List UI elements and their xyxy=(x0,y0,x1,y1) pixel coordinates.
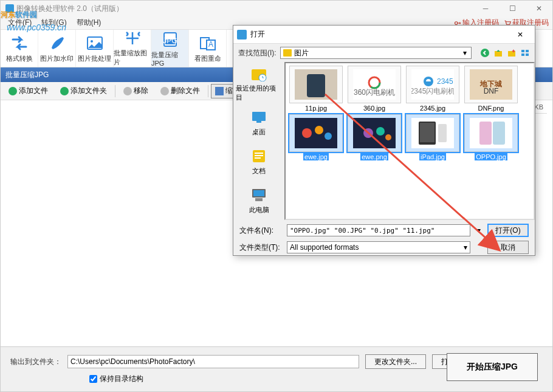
app-title: 图像转换处理软件 2.0（试用版） xyxy=(16,4,123,14)
filetype-combo[interactable]: All supported formats ▾ xyxy=(287,241,470,253)
output-path-input[interactable] xyxy=(67,355,359,368)
tool-watermark[interactable]: 图片加水印 xyxy=(38,30,76,67)
filename-input[interactable] xyxy=(287,224,470,236)
sidebar-desktop[interactable]: 桌面 xyxy=(236,105,282,141)
svg-point-4 xyxy=(91,40,93,43)
dialog-cancel-button[interactable]: 取消 xyxy=(487,241,529,254)
svg-text:JPG: JPG xyxy=(163,36,177,45)
filename-label: 文件名(N): xyxy=(239,225,282,236)
lookin-combo[interactable]: 图片 ▾ xyxy=(280,47,472,59)
plus-icon xyxy=(60,87,69,95)
file-name-label: iPad.jpg xyxy=(419,153,446,160)
svg-text:360闪电刷机: 360闪电刷机 xyxy=(354,88,395,97)
output-label: 输出到文件夹： xyxy=(10,357,61,367)
chevron-down-icon[interactable]: ▾ xyxy=(475,226,483,235)
file-item[interactable]: 地下城DNFDNF.png xyxy=(463,66,519,112)
file-thumbnail xyxy=(348,114,401,152)
file-thumbnail xyxy=(289,66,343,103)
file-name-label: DNF.png xyxy=(478,105,504,112)
svg-rect-16 xyxy=(521,53,524,56)
filetype-label: 文件类型(T): xyxy=(239,242,282,253)
image-icon xyxy=(86,35,104,52)
new-folder-icon[interactable] xyxy=(507,48,517,58)
svg-rect-25 xyxy=(255,157,261,159)
svg-text:DNF: DNF xyxy=(484,87,499,95)
chevron-down-icon: ▾ xyxy=(461,49,469,57)
svg-point-44 xyxy=(315,126,323,134)
dialog-close-button[interactable]: ✕ xyxy=(508,28,532,41)
convert-icon xyxy=(10,35,29,52)
svg-rect-55 xyxy=(479,122,492,145)
svg-text:2345闪电刷机: 2345闪电刷机 xyxy=(411,87,454,95)
file-name-label: ewe.png xyxy=(360,153,388,160)
start-compress-button[interactable]: 开始压缩JPG xyxy=(447,353,538,381)
recent-icon xyxy=(250,67,267,81)
file-item[interactable]: 360闪电刷机360.jpg xyxy=(346,66,402,112)
remove-button[interactable]: 移除 xyxy=(118,84,154,98)
maximize-button[interactable]: ☐ xyxy=(499,1,526,16)
tool-format-convert[interactable]: 格式转换 xyxy=(1,30,38,67)
tool-batch-compress-jpg[interactable]: JPG 批量压缩JPG xyxy=(151,30,189,67)
keep-structure-checkbox[interactable] xyxy=(89,375,97,383)
file-item[interactable]: ewe.png xyxy=(346,114,402,160)
svg-rect-21 xyxy=(256,121,261,123)
file-item[interactable]: iPad.jpg xyxy=(405,114,461,160)
remove-icon xyxy=(123,87,132,95)
back-icon[interactable] xyxy=(480,48,490,58)
tool-batch-resize[interactable]: 批量缩放图片 xyxy=(114,30,151,67)
tool-rename[interactable]: A 看图重命 xyxy=(189,30,227,67)
tool-batch-process[interactable]: 图片批处理 xyxy=(76,30,114,67)
file-thumbnail xyxy=(464,114,518,152)
svg-rect-17 xyxy=(526,53,529,56)
sidebar-documents[interactable]: 文档 xyxy=(236,143,282,180)
svg-rect-46 xyxy=(353,118,396,148)
file-item[interactable]: 23452345闪电刷机2345.jpg xyxy=(405,66,461,112)
file-thumbnail: 360闪电刷机 xyxy=(348,66,401,103)
svg-rect-23 xyxy=(255,153,263,154)
up-one-level-icon[interactable] xyxy=(493,48,503,58)
titlebar: 图像转换处理软件 2.0（试用版） ─ ☐ ✕ xyxy=(1,1,552,16)
separator xyxy=(115,85,115,97)
svg-text:A: A xyxy=(208,40,213,49)
documents-icon xyxy=(250,149,267,163)
lookin-value: 图片 xyxy=(294,48,309,58)
output-panel: 输出到文件夹： 更改文件夹... 打开文件夹 保持目录结构 开始压缩JPG xyxy=(1,346,552,391)
svg-rect-15 xyxy=(526,50,529,52)
remove-all-button[interactable]: 删除文件 xyxy=(155,84,205,98)
minimize-button[interactable]: ─ xyxy=(472,1,499,16)
brush-icon xyxy=(48,35,66,52)
file-thumbnail: 23452345闪电刷机 xyxy=(406,66,459,103)
svg-text:2345: 2345 xyxy=(437,77,453,86)
thumb-icon xyxy=(215,87,224,95)
file-item[interactable]: 11p.jpg xyxy=(288,66,344,112)
svg-rect-12 xyxy=(495,51,502,57)
svg-point-49 xyxy=(385,134,391,140)
change-folder-button[interactable]: 更改文件夹... xyxy=(365,354,426,369)
svg-rect-42 xyxy=(295,118,337,148)
file-item[interactable]: ewe.jpg xyxy=(288,114,344,160)
close-button[interactable]: ✕ xyxy=(526,1,552,16)
chevron-down-icon: ▾ xyxy=(464,243,467,252)
view-menu-icon[interactable] xyxy=(520,48,530,58)
svg-rect-56 xyxy=(493,122,505,145)
resize-icon xyxy=(123,30,142,47)
dialog-open-button[interactable]: 打开(O) xyxy=(487,224,529,237)
sidebar-this-pc[interactable]: 此电脑 xyxy=(236,182,282,219)
plus-icon xyxy=(9,87,17,95)
svg-rect-27 xyxy=(253,190,264,196)
jpg-icon: JPG xyxy=(161,31,179,48)
svg-rect-52 xyxy=(420,123,434,142)
keep-structure-label: 保持目录结构 xyxy=(100,374,143,384)
file-browser[interactable]: 11p.jpg360闪电刷机360.jpg23452345闪电刷机2345.jp… xyxy=(284,62,535,220)
add-file-button[interactable]: 添加文件 xyxy=(3,84,53,98)
separator xyxy=(208,85,208,97)
file-item[interactable]: OPPO.jpg xyxy=(463,114,519,160)
folder-icon xyxy=(283,49,292,57)
svg-point-43 xyxy=(302,128,312,138)
menu-help[interactable]: 帮助(H) xyxy=(72,16,106,29)
file-name-label: ewe.jpg xyxy=(303,153,329,160)
svg-point-11 xyxy=(481,49,489,57)
add-folder-button[interactable]: 添加文件夹 xyxy=(55,84,112,98)
svg-rect-28 xyxy=(255,198,263,201)
sidebar-recent[interactable]: 最近使用的项目 xyxy=(236,66,282,102)
